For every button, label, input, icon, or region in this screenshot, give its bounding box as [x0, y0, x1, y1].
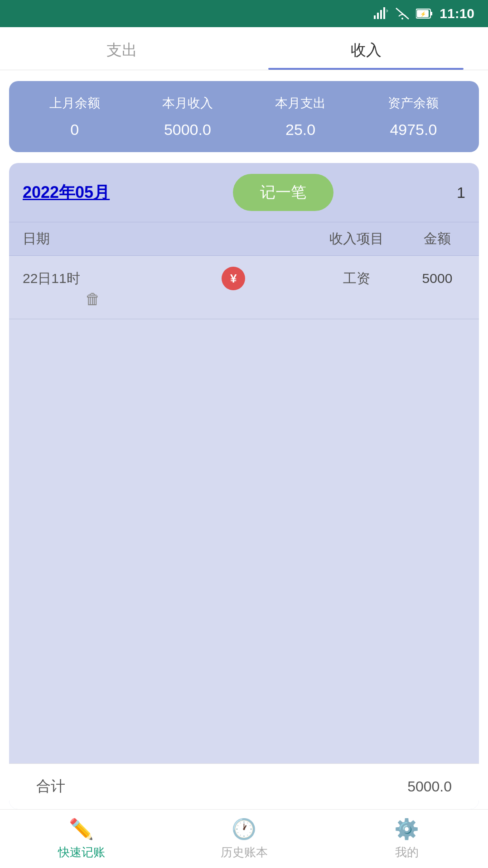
- td-amount: 5000: [409, 271, 465, 286]
- status-bar: ⚡ 11:10: [0, 0, 488, 27]
- td-date: 22日11时: [23, 269, 163, 288]
- yuan-icon: ¥: [222, 267, 245, 290]
- card-header: 2022年05月 记一笔 1: [9, 163, 479, 222]
- th-amount: 金额: [409, 230, 465, 248]
- th-icon: [163, 230, 304, 248]
- record-button[interactable]: 记一笔: [233, 174, 333, 211]
- count-badge: 1: [457, 184, 465, 201]
- clock-icon: 🕐: [232, 817, 256, 841]
- bottom-nav: ✏️ 快速记账 🕐 历史账本 ⚙️ 我的: [0, 809, 488, 868]
- nav-item-quick[interactable]: ✏️ 快速记账: [0, 810, 163, 868]
- summary-card: 上月余额 0 本月收入 5000.0 本月支出 25.0 资产余额 4975.0: [9, 81, 479, 152]
- th-category: 收入项目: [304, 230, 409, 248]
- tab-expense[interactable]: 支出: [0, 27, 244, 70]
- td-icon: ¥: [163, 267, 304, 290]
- nav-item-mine[interactable]: ⚙️ 我的: [325, 810, 488, 868]
- svg-point-2: [401, 18, 403, 19]
- tabs-bar: 支出 收入: [0, 27, 488, 70]
- table-header: 日期 收入项目 金额: [9, 222, 479, 256]
- total-value: 5000.0: [407, 778, 452, 795]
- nav-item-history[interactable]: 🕐 历史账本: [163, 810, 325, 868]
- tab-income[interactable]: 收入: [244, 27, 488, 70]
- main-card: 2022年05月 记一笔 1 日期 收入项目 金额 22日11时 ¥ 工资 50…: [9, 163, 479, 809]
- status-time: 11:10: [440, 6, 474, 21]
- status-icons: ⚡ 11:10: [372, 6, 474, 21]
- battery-icon: ⚡: [416, 8, 433, 19]
- summary-item-income: 本月收入 5000.0: [162, 95, 213, 139]
- table-body: 22日11时 ¥ 工资 5000 🗑: [9, 256, 479, 763]
- th-date: 日期: [23, 230, 163, 248]
- delete-icon[interactable]: 🗑: [85, 290, 101, 308]
- td-category: 工资: [304, 269, 409, 288]
- summary-item-balance: 资产余额 4975.0: [388, 95, 439, 139]
- pencil-icon: ✏️: [69, 817, 94, 841]
- total-label: 合计: [36, 777, 65, 796]
- svg-text:⚡: ⚡: [420, 11, 426, 17]
- wifi-off-icon: [395, 7, 410, 20]
- summary-item-prev-balance: 上月余额 0: [49, 95, 100, 139]
- svg-rect-4: [430, 12, 432, 15]
- gear-icon: ⚙️: [394, 817, 419, 841]
- month-label[interactable]: 2022年05月: [23, 182, 110, 204]
- td-delete[interactable]: 🗑: [23, 290, 163, 308]
- signal-icon: [372, 7, 389, 20]
- footer-total: 合计 5000.0: [9, 763, 479, 809]
- table-row: 22日11时 ¥ 工资 5000 🗑: [9, 256, 479, 319]
- summary-item-expense: 本月支出 25.0: [275, 95, 326, 139]
